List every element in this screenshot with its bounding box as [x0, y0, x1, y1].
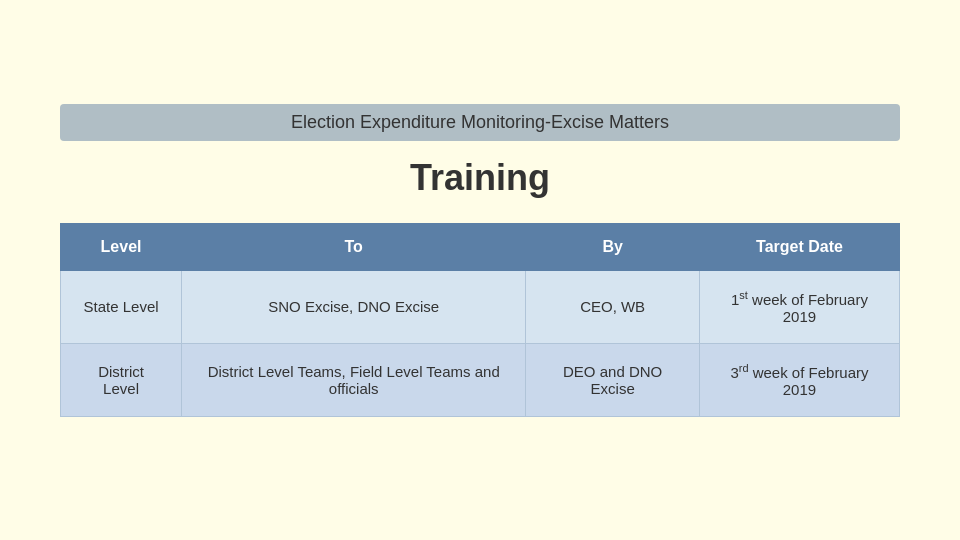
col-to: To: [182, 223, 526, 270]
col-by: By: [526, 223, 700, 270]
cell-level-1: State Level: [61, 270, 182, 343]
main-container: Election Expenditure Monitoring-Excise M…: [40, 94, 920, 447]
table-row: District Level District Level Teams, Fie…: [61, 343, 900, 416]
title-banner: Election Expenditure Monitoring-Excise M…: [60, 104, 900, 141]
cell-level-2: District Level: [61, 343, 182, 416]
banner-text: Election Expenditure Monitoring-Excise M…: [291, 112, 669, 132]
date-number-2: 3: [730, 364, 738, 381]
cell-date-1: 1st week of February 2019: [699, 270, 899, 343]
cell-to-1: SNO Excise, DNO Excise: [182, 270, 526, 343]
date-text-2: week of February 2019: [749, 364, 869, 398]
training-table: Level To By Target Date State Level SNO …: [60, 223, 900, 417]
date-sup-2: rd: [739, 362, 749, 374]
table-header-row: Level To By Target Date: [61, 223, 900, 270]
cell-to-2: District Level Teams, Field Level Teams …: [182, 343, 526, 416]
cell-date-2: 3rd week of February 2019: [699, 343, 899, 416]
cell-by-2: DEO and DNO Excise: [526, 343, 700, 416]
col-target-date: Target Date: [699, 223, 899, 270]
cell-by-1: CEO, WB: [526, 270, 700, 343]
section-title: Training: [60, 157, 900, 199]
date-text-1: week of February 2019: [748, 291, 868, 325]
col-level: Level: [61, 223, 182, 270]
date-sup-1: st: [739, 289, 748, 301]
table-row: State Level SNO Excise, DNO Excise CEO, …: [61, 270, 900, 343]
